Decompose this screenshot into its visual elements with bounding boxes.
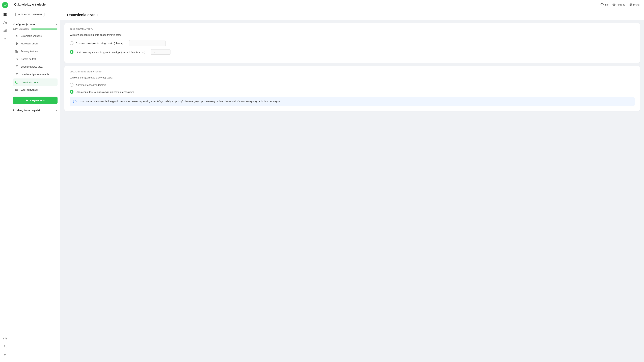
sidebar-item-menedzer-pytan[interactable]: Menedżer pytań xyxy=(13,40,58,47)
info-box: Ustal poniżej datę otwarcia dostępu do t… xyxy=(70,97,634,106)
svg-point-17 xyxy=(613,4,615,5)
gear-icon xyxy=(15,34,19,38)
preview-icon xyxy=(612,3,616,6)
svg-point-20 xyxy=(16,36,17,36)
sidebar-section-config: Konfiguracja testu 100% ukończono xyxy=(10,22,60,94)
activate-test-button[interactable]: Aktywuj test xyxy=(13,96,58,104)
info-icon xyxy=(600,3,604,6)
sidebar-section2-header[interactable]: Przebieg testu i wyniki xyxy=(10,107,60,113)
sidebar-label-dostep-do-testu: Dostęp do testu xyxy=(21,58,37,60)
sidebar-item-ustawienia-wstepne[interactable]: Ustawienia wstępne xyxy=(13,32,58,40)
sidebar-label-strona-startowa: Strona startowa testu xyxy=(21,66,43,68)
svg-rect-29 xyxy=(16,52,16,52)
clock-icon xyxy=(15,80,19,84)
nav-icon-settings[interactable] xyxy=(2,36,8,42)
svg-rect-19 xyxy=(630,5,631,6)
preview-action[interactable]: Podgląd xyxy=(612,3,625,6)
sliders-icon xyxy=(15,42,19,46)
sidebar-label-zestawy-testowe: Zestawy testowe xyxy=(21,50,38,53)
info-box-icon xyxy=(73,100,76,103)
radio-full-test[interactable] xyxy=(70,41,74,45)
radio-time-window-label: Udostępnię test w określonym przedziale … xyxy=(76,90,134,94)
svg-rect-7 xyxy=(4,31,4,32)
sidebar-item-strona-startowa[interactable]: Strona startowa testu xyxy=(13,63,58,70)
chevron-down-icon xyxy=(56,109,58,112)
grid-icon xyxy=(15,49,19,53)
nav-icon-users[interactable] xyxy=(2,20,8,26)
sidebar-item-dostep-do-testu[interactable]: Dostęp do testu xyxy=(13,55,58,63)
time-duration-label: CZAS TRWANIA TESTU xyxy=(70,28,634,30)
header-title: Quiz wiedzy o świecie xyxy=(14,3,598,6)
clock-input-icon xyxy=(152,50,156,54)
svg-rect-30 xyxy=(17,52,18,52)
radio-option-time-window: Udostępnię test w określonym przedziale … xyxy=(70,90,634,94)
svg-point-16 xyxy=(602,4,602,4)
sidebar-label-wzor-certyfikatu: Wzór certyfikatu xyxy=(21,88,38,91)
radio-per-question[interactable] xyxy=(70,50,74,54)
svg-rect-1 xyxy=(4,13,5,14)
content-area: W TRAKCIE USTAWIEŃ Konfiguracja testu 10… xyxy=(10,10,644,362)
certificate-icon xyxy=(15,88,19,92)
time-duration-section: CZAS TRWANIA TESTU Wybierz sposób mierze… xyxy=(64,23,640,63)
radio-self-activate-label: Aktywuję test samodzielnie xyxy=(76,84,106,86)
svg-point-25 xyxy=(17,43,18,44)
svg-point-10 xyxy=(4,38,6,40)
status-badge: W TRAKCIE USTAWIEŃ xyxy=(16,12,44,17)
full-test-time-input[interactable] xyxy=(129,40,166,46)
svg-rect-3 xyxy=(4,15,5,16)
svg-rect-36 xyxy=(16,74,18,76)
radio-option-self-activate: Aktywuję test samodzielnie xyxy=(70,83,634,87)
sidebar-section-config-title: Konfiguracja testu xyxy=(13,23,35,26)
progress-row: 100% ukończono xyxy=(13,28,58,30)
svg-rect-40 xyxy=(16,89,18,90)
play-icon xyxy=(26,99,28,102)
sidebar-item-wzor-certyfikatu[interactable]: Wzór certyfikatu xyxy=(13,86,58,94)
radio-option-per-question: Limit czasowy na każde pytanie występują… xyxy=(70,49,634,55)
sidebar-item-ustawienia-czasu[interactable]: Ustawienia czasu xyxy=(13,78,58,86)
activate-btn-label: Aktywuj test xyxy=(30,99,44,102)
sidebar: W TRAKCIE USTAWIEŃ Konfiguracja testu 10… xyxy=(10,10,60,362)
svg-point-5 xyxy=(4,22,5,23)
app-logo[interactable] xyxy=(2,2,8,8)
activation-options-label: OPCJE URUCHOMIENIA TESTU xyxy=(70,71,634,73)
sidebar-label-ocenianie: Ocenianie i podsumowanie xyxy=(21,73,49,76)
lock-icon xyxy=(15,57,19,61)
svg-point-12 xyxy=(5,339,5,340)
per-question-time-input[interactable] xyxy=(150,49,171,55)
nav-icon-expand[interactable] xyxy=(2,351,8,358)
radio-time-window[interactable] xyxy=(70,90,74,94)
sidebar-section-config-header[interactable]: Konfiguracja testu xyxy=(13,22,58,27)
nav-icon-back[interactable] xyxy=(2,343,8,350)
svg-rect-31 xyxy=(16,59,18,60)
svg-rect-27 xyxy=(16,50,16,51)
progress-bar-fill xyxy=(31,28,58,30)
radio-self-activate[interactable] xyxy=(70,83,74,87)
info-action[interactable]: Info xyxy=(600,3,608,6)
preview-label: Podgląd xyxy=(616,3,625,6)
radio-per-question-label: Limit czasowy na każde pytanie występują… xyxy=(76,51,146,54)
nav-icon-chart[interactable] xyxy=(2,28,8,34)
radio-full-test-label: Czas na rozwiązanie całego testu (hh:mm)… xyxy=(76,42,124,44)
print-action[interactable]: Drukuj xyxy=(629,3,640,6)
print-icon xyxy=(629,3,632,6)
page-title: Ustawienia czasu xyxy=(67,13,637,17)
clipboard-icon xyxy=(15,72,19,76)
sidebar-item-zestawy-testowe[interactable]: Zestawy testowe xyxy=(13,48,58,55)
progress-bar-track xyxy=(31,28,58,30)
header-actions: Info Podgląd Drukuj xyxy=(600,3,640,6)
main-content: Ustawienia czasu CZAS TRWANIA TESTU Wybi… xyxy=(60,10,644,362)
svg-point-26 xyxy=(16,44,16,44)
file-icon xyxy=(15,65,19,69)
nav-icon-grid[interactable] xyxy=(2,12,8,18)
svg-point-6 xyxy=(6,22,6,23)
svg-rect-8 xyxy=(5,30,5,32)
info-box-text: Ustal poniżej datę otwarcia dostępu do t… xyxy=(79,100,280,104)
sidebar-label-menedzer-pytan: Menedżer pytań xyxy=(21,42,38,45)
svg-marker-44 xyxy=(26,100,28,102)
sidebar-label-ustawienia-wstepne: Ustawienia wstępne xyxy=(21,34,42,37)
svg-rect-28 xyxy=(17,50,18,51)
sidebar-item-ocenianie[interactable]: Ocenianie i podsumowanie xyxy=(13,71,58,78)
top-header: Quiz wiedzy o świecie Info Podgląd xyxy=(10,0,644,10)
activation-options-description: Wybierz jedną z metod aktywacji testu: xyxy=(70,76,634,79)
nav-icon-help[interactable] xyxy=(2,335,8,342)
